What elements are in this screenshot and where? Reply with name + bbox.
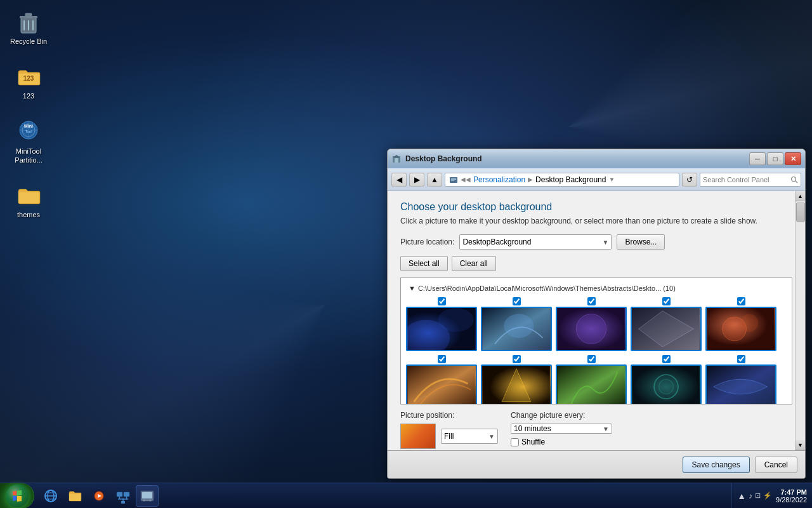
svg-rect-51 (121, 501, 125, 504)
image-thumb-8[interactable] (556, 364, 627, 404)
image-checkbox-5[interactable] (737, 297, 745, 305)
image-checkbox-1[interactable] (438, 297, 446, 305)
svg-point-16 (792, 177, 796, 181)
image-thumb-4[interactable] (631, 307, 702, 351)
current-background-preview (400, 424, 436, 449)
image-thumb-5[interactable] (705, 307, 776, 351)
scroll-down-arrow[interactable]: ▼ (796, 440, 805, 450)
folder-123-icon: 123 (16, 64, 41, 89)
position-dropdown-arrow-icon: ▼ (488, 433, 495, 440)
maximize-button[interactable]: □ (767, 152, 783, 165)
taskbar-item-ie[interactable] (39, 485, 62, 507)
picture-position-section: Picture position: Fill ▼ (400, 411, 498, 449)
image-list[interactable]: ▼ C:\Users\Rodin\AppData\Local\Microsoft… (400, 277, 792, 404)
window-titlebar: Desktop Background ─ □ ✕ (388, 149, 805, 168)
clock-date: 9/28/2022 (776, 496, 807, 504)
back-button[interactable]: ◀ (391, 173, 407, 187)
clear-all-button[interactable]: Clear all (452, 256, 496, 271)
image-preview-1 (407, 308, 476, 350)
recycle-bin-icon (16, 9, 41, 34)
image-checkbox-8[interactable] (587, 355, 596, 363)
image-thumb-1[interactable] (406, 307, 477, 351)
tray-power-icon[interactable]: ⚡ (763, 491, 772, 500)
taskbar-item-control-panel[interactable] (136, 485, 159, 507)
image-item-4 (631, 297, 702, 351)
windows-logo-icon (10, 489, 24, 503)
breadcrumb-separator: ▶ (528, 176, 533, 183)
image-checkbox-10[interactable] (737, 355, 745, 363)
scroll-up-arrow[interactable]: ▲ (796, 191, 805, 201)
image-preview-3 (557, 308, 625, 350)
image-checkbox-7[interactable] (513, 355, 521, 363)
image-checkbox-3[interactable] (587, 297, 596, 305)
image-preview-8 (557, 366, 625, 404)
desktop-icon-themes[interactable]: themes (6, 180, 51, 222)
image-item-8 (556, 355, 627, 404)
window-scrollbar[interactable]: ▲ ▼ (795, 191, 805, 450)
cancel-button[interactable]: Cancel (755, 457, 797, 473)
image-checkbox-2[interactable] (513, 297, 521, 305)
image-thumb-10[interactable] (705, 364, 776, 404)
search-input[interactable] (703, 176, 790, 184)
svg-rect-31 (558, 366, 625, 404)
start-button[interactable] (0, 483, 34, 509)
change-picture-dropdown[interactable]: 10 minutes ▼ (511, 424, 612, 434)
breadcrumb-current: Desktop Background (535, 175, 606, 184)
control-panel-window: Desktop Background ─ □ ✕ ◀ ▶ ▲ ◀◀ Person… (387, 149, 806, 479)
images-row-1 (406, 297, 787, 351)
select-all-button[interactable]: Select all (400, 256, 448, 271)
desktop-icon-folder-123[interactable]: 123 123 (6, 61, 51, 103)
clock[interactable]: 7:47 PM 9/28/2022 (776, 488, 807, 504)
save-changes-button[interactable]: Save changes (683, 457, 750, 473)
themes-folder-icon (16, 182, 41, 208)
minimize-button[interactable]: ─ (749, 152, 766, 165)
folder-collapse-icon[interactable]: ▼ (409, 284, 416, 292)
forward-button[interactable]: ▶ (409, 173, 424, 187)
bottom-controls-section: Picture position: Fill ▼ Change picture … (400, 411, 792, 449)
close-button[interactable]: ✕ (785, 152, 801, 165)
tray-arrow-icon[interactable]: ▲ (737, 491, 746, 501)
image-checkbox-4[interactable] (662, 297, 671, 305)
taskbar-item-network[interactable] (112, 485, 134, 507)
up-button[interactable]: ▲ (427, 173, 442, 187)
picture-location-value: DesktopBackground (462, 237, 531, 246)
shuffle-row: Shuffle (511, 438, 612, 446)
image-item-2 (481, 297, 552, 351)
image-item-7 (481, 355, 552, 404)
taskbar-item-media[interactable] (88, 485, 110, 507)
browse-button[interactable]: Browse... (617, 234, 665, 250)
image-list-inner: ▼ C:\Users\Rodin\AppData\Local\Microsoft… (401, 278, 792, 404)
desktop-icon-minitool[interactable]: Mini Tool MiniToolPartitio... (6, 116, 51, 168)
image-checkbox-6[interactable] (438, 355, 446, 363)
tray-volume-icon[interactable]: ♪ (749, 491, 752, 500)
folder-group-header: ▼ C:\Users\Rodin\AppData\Local\Microsoft… (406, 283, 787, 293)
image-thumb-6[interactable] (406, 364, 477, 404)
change-picture-section: Change picture every: 10 minutes ▼ Shuff… (511, 411, 612, 446)
taskbar-item-explorer[interactable] (63, 485, 86, 507)
minitool-label: MiniToolPartitio... (15, 147, 42, 165)
window-title: Desktop Background (405, 154, 749, 163)
image-item-9 (631, 355, 702, 404)
recycle-bin-label: Recycle Bin (10, 37, 47, 46)
search-box[interactable] (700, 173, 801, 187)
tray-network-icon[interactable]: ⊡ (755, 491, 761, 500)
picture-position-dropdown[interactable]: Fill ▼ (441, 429, 498, 444)
scroll-thumb[interactable] (796, 203, 805, 222)
svg-point-20 (438, 308, 474, 332)
image-item-3 (556, 297, 627, 351)
picture-location-dropdown[interactable]: DesktopBackground ▼ (459, 234, 612, 250)
shuffle-label: Shuffle (521, 438, 545, 446)
desktop-icon-recycle-bin[interactable]: Recycle Bin (6, 6, 51, 48)
image-item-1 (406, 297, 477, 351)
refresh-button[interactable]: ↺ (682, 173, 697, 187)
image-thumb-7[interactable] (481, 364, 552, 404)
image-checkbox-9[interactable] (662, 355, 671, 363)
shuffle-checkbox[interactable] (511, 438, 519, 446)
image-thumb-3[interactable] (556, 307, 627, 351)
selection-buttons-row: Select all Clear all (400, 256, 792, 271)
themes-label: themes (17, 210, 40, 219)
breadcrumb-dropdown[interactable]: ▼ (608, 176, 615, 183)
image-thumb-9[interactable] (631, 364, 702, 404)
breadcrumb-personalization[interactable]: Personalization (473, 175, 525, 184)
image-thumb-2[interactable] (481, 307, 552, 351)
